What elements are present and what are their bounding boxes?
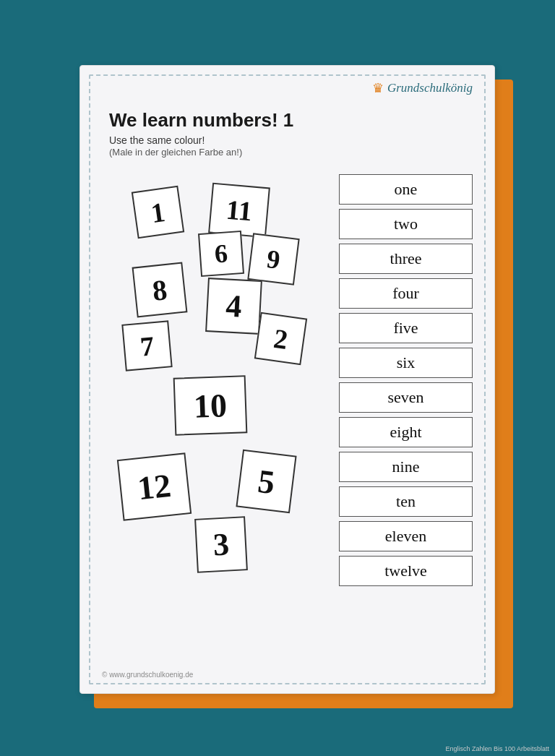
numbers-area: 111698472101253 bbox=[98, 181, 322, 651]
copyright: © www.grundschulkoenig.de bbox=[102, 671, 193, 679]
logo-text: Grundschulkönig bbox=[387, 81, 473, 95]
word-box-five: five bbox=[339, 313, 473, 343]
bottom-label: Englisch Zahlen Bis 100 Arbeitsblatt bbox=[445, 745, 549, 752]
words-area: onetwothreefourfivesixseveneightninetene… bbox=[339, 174, 473, 586]
number-card-4: 4 bbox=[205, 278, 262, 335]
number-card-1: 1 bbox=[132, 186, 184, 239]
number-card-2: 2 bbox=[254, 312, 307, 365]
word-box-seven: seven bbox=[339, 382, 473, 413]
number-card-7: 7 bbox=[121, 320, 172, 371]
number-card-10: 10 bbox=[173, 375, 248, 435]
word-box-eight: eight bbox=[339, 417, 473, 447]
word-box-three: three bbox=[339, 244, 473, 274]
logo-area: ♛ Grundschulkönig bbox=[372, 80, 473, 96]
title-subtitle: Use the same colour! bbox=[109, 134, 293, 146]
word-box-ten: ten bbox=[339, 486, 473, 517]
number-card-6: 6 bbox=[198, 231, 244, 277]
number-card-5: 5 bbox=[236, 450, 296, 514]
number-card-9: 9 bbox=[247, 233, 299, 285]
title-main: We learn numbers! 1 bbox=[109, 109, 293, 132]
word-box-four: four bbox=[339, 278, 473, 309]
white-paper: ♛ Grundschulkönig We learn numbers! 1 Us… bbox=[79, 65, 495, 694]
crown-icon: ♛ bbox=[372, 80, 384, 96]
number-card-8: 8 bbox=[132, 262, 188, 318]
title-subtitle-de: (Male in der gleichen Farbe an!) bbox=[109, 147, 293, 158]
word-box-twelve: twelve bbox=[339, 556, 473, 586]
number-card-11: 11 bbox=[208, 183, 270, 239]
word-box-nine: nine bbox=[339, 452, 473, 482]
number-card-3: 3 bbox=[194, 516, 248, 573]
word-box-eleven: eleven bbox=[339, 521, 473, 551]
number-card-12: 12 bbox=[117, 452, 192, 520]
word-box-two: two bbox=[339, 209, 473, 239]
word-box-one: one bbox=[339, 174, 473, 205]
word-box-six: six bbox=[339, 348, 473, 378]
title-area: We learn numbers! 1 Use the same colour!… bbox=[109, 109, 293, 158]
